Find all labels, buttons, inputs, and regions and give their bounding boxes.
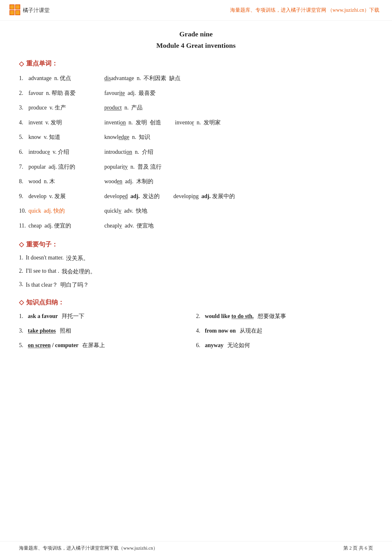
page-header: 橘子汁课堂 海量题库、专项训练，进入橘子汁课堂官网 （www.juzizhi.c… — [0, 0, 392, 21]
sentence-title-text: 重要句子： — [26, 240, 58, 249]
knowledge-item-4: 4. from now on 从现在起 — [196, 327, 373, 334]
vocab-row-11: 11. cheap adj. 便宜的 cheaply adv. 便宜地 — [19, 221, 373, 231]
page-content: Grade nine Module 4 Great inventions ◇ 重… — [0, 21, 392, 384]
vocab-secondary-1: disadvantage n. 不利因素 缺点 — [104, 73, 181, 83]
logo-icon — [9, 4, 21, 16]
sentence-section-title: ◇ 重要句子： — [19, 240, 373, 249]
svg-rect-4 — [10, 5, 14, 9]
svg-rect-5 — [16, 5, 20, 9]
svg-rect-6 — [10, 11, 14, 15]
knowledge-list: 1. ask a favour 拜托一下 2. would like to do… — [19, 312, 373, 356]
module-title: Module 4 Great inventions — [19, 41, 373, 50]
vocab-row-10: 10. quick adj. 快的 quickly adv. 快地 — [19, 206, 373, 216]
vocab-row-6: 6. introduce v. 介绍 introduction n. 介绍 — [19, 147, 373, 157]
footer-slogan: 海量题库、专项训练，进入橘子汁课堂官网下载（www.juzizhi.cn） — [19, 545, 158, 551]
logo-area: 橘子汁课堂 — [9, 4, 50, 16]
sentence-row-3: 3. Is that clear？ 明白了吗？ — [19, 281, 373, 289]
vocab-row-3: 3. produce v. 生产 product n. 产品 — [19, 103, 373, 113]
header-slogan: 海量题库、专项训练，进入橘子汁课堂官网 （www.juzizhi.cn）下载 — [230, 7, 379, 14]
vocab-title-text: 重点单词： — [26, 59, 58, 68]
vocab-row-5: 5. know v. 知道 knowledge n. 知识 — [19, 132, 373, 142]
vocab-list: 1. advantage n. 优点 disadvantage n. 不利因素 … — [19, 73, 373, 231]
svg-rect-7 — [16, 11, 20, 15]
knowledge-item-5: 5. on screen / computer 在屏幕上 — [19, 341, 196, 349]
vocab-row-8: 8. wood n. 木 wooden adj. 木制的 — [19, 177, 373, 186]
knowledge-item-3: 3. take photos 照相 — [19, 327, 196, 334]
vocab-section-title: ◇ 重点单词： — [19, 59, 373, 68]
vocab-num-1: 1. — [19, 73, 28, 83]
vocab-row-7: 7. popular adj. 流行的 popularity n. 普及 流行 — [19, 162, 373, 172]
logo-text: 橘子汁课堂 — [23, 7, 50, 14]
diamond-icon: ◇ — [19, 60, 24, 67]
knowledge-title-text: 知识点归纳： — [26, 298, 64, 307]
vocab-row-1: 1. advantage n. 优点 disadvantage n. 不利因素 … — [19, 73, 373, 83]
sentence-row-1: 1. It doesn't matter. 没关系。 — [19, 254, 373, 262]
knowledge-section-title: ◇ 知识点归纳： — [19, 298, 373, 307]
vocab-row-2: 2. favour n. 帮助 喜爱 favourite adj. 最喜爱 — [19, 88, 373, 98]
knowledge-item-2: 2. would like to do sth. 想要做某事 — [196, 312, 373, 320]
vocab-row-4: 4. invent v. 发明 invention n. 发明 创造 inven… — [19, 118, 373, 128]
sentence-row-2: 2. I'll see to that . 我会处理的。 — [19, 268, 373, 275]
vocab-main-1: advantage n. 优点 — [28, 73, 104, 83]
page-footer: 海量题库、专项训练，进入橘子汁课堂官网下载（www.juzizhi.cn） 第 … — [0, 541, 392, 555]
sentence-list: 1. It doesn't matter. 没关系。 2. I'll see t… — [19, 254, 373, 289]
knowledge-item-1: 1. ask a favour 拜托一下 — [19, 312, 196, 320]
footer-page: 第 2 页 共 6 页 — [343, 545, 373, 551]
knowledge-item-6: 6. anyway 无论如何 — [196, 341, 373, 349]
vocab-row-9: 9. develop v. 发展 developed adj. 发达的 deve… — [19, 191, 373, 201]
grade-title: Grade nine — [19, 30, 373, 38]
